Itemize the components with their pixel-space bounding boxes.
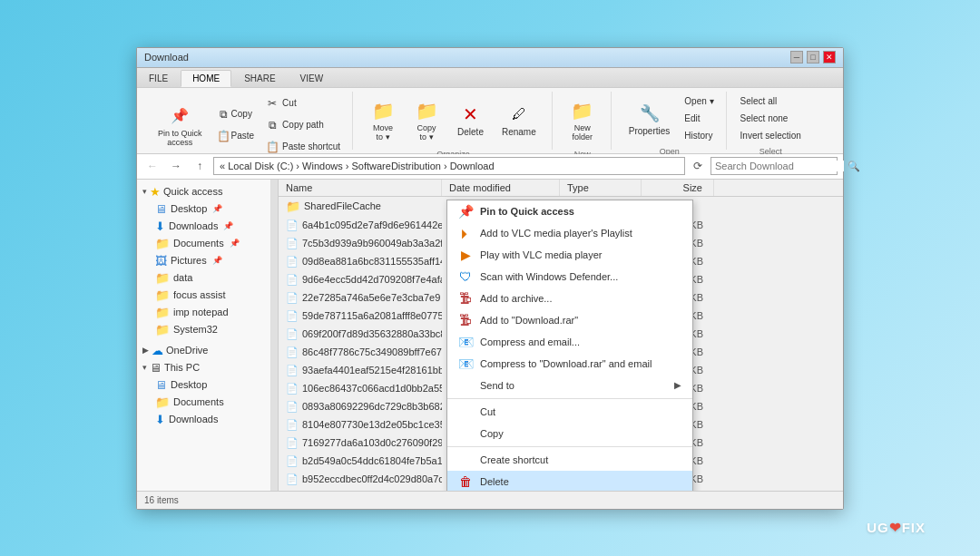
tab-file[interactable]: FILE xyxy=(137,70,180,87)
maximize-button[interactable]: □ xyxy=(807,51,819,63)
sidebar-item-downloads[interactable]: ⬇ Downloads 📌 xyxy=(137,218,270,235)
downloads2-label: Downloads xyxy=(169,414,218,424)
ctx-add-to-rar[interactable]: 🗜 Add to "Download.rar" xyxy=(447,309,692,331)
ctx-vlc-play[interactable]: ▶ Play with VLC media player xyxy=(447,244,692,266)
select-all-button[interactable]: Select all xyxy=(736,93,782,109)
ribbon-content: 📌 Pin to Quickaccess ⧉ Copy 📋 Paste xyxy=(137,88,843,153)
sidebar-item-this-pc[interactable]: ▾ 🖥 This PC xyxy=(137,359,270,376)
delete-button[interactable]: ✕ Delete xyxy=(449,97,492,141)
delete-icon-ctx: 🗑 xyxy=(458,474,473,489)
copy-to-label: Copyto ▾ xyxy=(417,123,436,141)
open-buttons: 🔧 Properties Open ▾ Edit History xyxy=(621,93,719,143)
folder-icon-focus: 📁 xyxy=(155,288,170,302)
sidebar-item-documents2[interactable]: 📁 Documents xyxy=(137,394,270,411)
select-none-button[interactable]: Select none xyxy=(736,111,793,126)
up-button[interactable]: ↑ xyxy=(190,156,210,176)
sidebar-item-onedrive[interactable]: ▶ ☁ OneDrive xyxy=(137,342,270,359)
invert-selection-button[interactable]: Invert selection xyxy=(736,128,806,143)
sidebar-item-focus-assist[interactable]: 📁 focus assist xyxy=(137,287,270,304)
copy-path-button[interactable]: ⧉ Copy path xyxy=(260,115,345,135)
open-label: Open ▾ xyxy=(684,96,713,106)
col-header-size[interactable]: Size xyxy=(642,180,714,196)
file-name: SharedFileCache xyxy=(304,200,381,211)
ctx-cut[interactable]: Cut xyxy=(447,401,692,423)
sidebar-item-system32[interactable]: 📁 System32 xyxy=(137,321,270,338)
back-button[interactable]: ← xyxy=(142,156,162,176)
file-name: b2d549a0c54ddc61804fe7b5a11 xyxy=(302,455,442,466)
ctx-create-shortcut[interactable]: Create shortcut xyxy=(447,449,692,471)
ctx-defender-scan[interactable]: 🛡 Scan with Windows Defender... xyxy=(447,266,692,288)
address-path[interactable]: « Local Disk (C:) › Windows › SoftwareDi… xyxy=(213,157,685,175)
edit-button[interactable]: Edit xyxy=(680,111,718,126)
ctx-add-to-archive[interactable]: 🗜 Add to archive... xyxy=(447,288,692,309)
new-folder-button[interactable]: 📁 Newfolder xyxy=(562,93,603,146)
shortcut-icon xyxy=(458,453,473,467)
file-name: 9d6e4ecc5dd42d709208f7e4afa xyxy=(302,274,442,285)
file-name: 7169277da6a103d0c276090f293 xyxy=(302,437,442,448)
history-button[interactable]: History xyxy=(680,128,718,143)
ctx-send-to[interactable]: Send to ▶ xyxy=(447,375,692,396)
pin-icon: 📌 xyxy=(167,103,192,129)
copy-button[interactable]: ⧉ Copy xyxy=(212,104,260,124)
search-input[interactable] xyxy=(711,161,844,171)
ctx-vlc-playlist[interactable]: ⏵ Add to VLC media player's Playlist xyxy=(447,222,692,244)
ctx-send-to-label: Send to xyxy=(480,380,514,391)
ctx-copy[interactable]: Copy xyxy=(447,423,692,444)
tab-home[interactable]: HOME xyxy=(181,70,231,87)
ctx-compress-email[interactable]: 📧 Compress and email... xyxy=(447,331,692,353)
move-to-button[interactable]: 📁 Moveto ▾ xyxy=(362,93,404,146)
folder-icon: 🖥 xyxy=(155,202,167,216)
tab-share[interactable]: SHARE xyxy=(232,70,287,87)
main-content: ▾ ★ Quick access 🖥 Desktop 📌 ⬇ Downloads… xyxy=(137,180,843,491)
minimize-button[interactable]: ─ xyxy=(790,51,803,63)
file-name: 86c48f7786c75c349089bff7e674 xyxy=(302,346,442,357)
new-folder-icon: 📁 xyxy=(570,98,595,123)
col-header-type[interactable]: Type xyxy=(560,180,642,196)
sidebar-item-pictures[interactable]: 🖼 Pictures 📌 xyxy=(137,252,270,269)
col-header-name[interactable]: Name xyxy=(279,180,442,196)
pin-to-quick-access-button[interactable]: 📌 Pin to Quickaccess xyxy=(150,99,211,151)
scissors-icon: ✂ xyxy=(265,96,279,111)
ctx-pin-to-quick-access[interactable]: 📌 Pin to Quick access xyxy=(447,200,692,222)
copy-to-button[interactable]: 📁 Copyto ▾ xyxy=(406,93,447,146)
cut-button[interactable]: ✂ Cut xyxy=(260,93,345,113)
edit-label: Edit xyxy=(684,113,700,123)
desktop2-label: Desktop xyxy=(171,379,207,390)
resize-handle[interactable] xyxy=(271,180,279,491)
sidebar-item-documents[interactable]: 📁 Documents 📌 xyxy=(137,235,270,252)
tab-view[interactable]: VIEW xyxy=(289,70,336,87)
sidebar-item-data[interactable]: 📁 data xyxy=(137,269,270,287)
sidebar-item-desktop[interactable]: 🖥 Desktop 📌 xyxy=(137,200,270,218)
sidebar-item-desktop2[interactable]: 🖥 Desktop xyxy=(137,376,270,394)
ctx-compress-to-rar-email[interactable]: 📧 Compress to "Download.rar" and email xyxy=(447,353,692,375)
file-name: 22e7285a746a5e6e7e3cba7e9 xyxy=(302,292,440,303)
close-button[interactable]: ✕ xyxy=(823,51,836,63)
search-icon: 🔍 xyxy=(844,161,864,172)
sidebar-item-imp-notepad[interactable]: 📁 imp notepad xyxy=(137,304,270,321)
refresh-button[interactable]: ⟳ xyxy=(689,157,707,175)
ctx-create-shortcut-label: Create shortcut xyxy=(480,454,548,465)
file-name: 09d8ea881a6bc831155535aff145 xyxy=(302,256,442,267)
file-name: 069f200f7d89d35632880a33bc86 xyxy=(302,328,442,339)
ctx-add-to-rar-label: Add to "Download.rar" xyxy=(480,315,578,326)
select-buttons: Select all Select none Invert selection xyxy=(736,93,806,143)
open-button[interactable]: Open ▾ xyxy=(680,93,718,109)
cut-icon-ctx xyxy=(458,405,473,419)
rename-button[interactable]: 🖊 Rename xyxy=(494,97,544,141)
title-bar: Download ─ □ ✕ xyxy=(137,48,843,68)
ctx-defender-label: Scan with Windows Defender... xyxy=(480,271,618,282)
paste-button[interactable]: 📋 Paste xyxy=(212,126,260,146)
col-header-date[interactable]: Date modified xyxy=(442,180,560,196)
ctx-add-to-archive-label: Add to archive... xyxy=(480,293,553,304)
properties-button[interactable]: 🔧 Properties xyxy=(621,96,679,141)
data-label: data xyxy=(173,272,192,283)
downloads-icon2: ⬇ xyxy=(155,413,165,426)
sidebar-item-downloads2[interactable]: ⬇ Downloads xyxy=(137,411,270,428)
forward-button[interactable]: → xyxy=(166,156,186,176)
pin-marker4: 📌 xyxy=(212,256,222,265)
sidebar-item-quick-access[interactable]: ▾ ★ Quick access xyxy=(137,183,270,200)
ctx-vlc-play-label: Play with VLC media player xyxy=(480,249,603,260)
desktop-label: Desktop xyxy=(171,203,207,214)
ctx-delete[interactable]: 🗑 Delete xyxy=(447,471,692,491)
folder-icon-data: 📁 xyxy=(155,271,170,285)
